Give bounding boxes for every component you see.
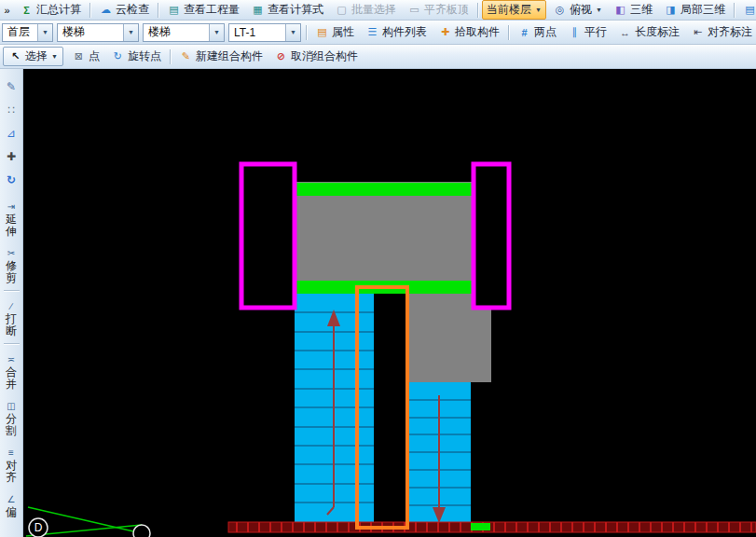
align-tool[interactable]: ≡ 对齐 [5, 448, 18, 484]
stair-flight-up[interactable] [295, 294, 374, 522]
batch-select-icon: ▢ [335, 3, 349, 17]
cancel-combo-component-icon: ⊘ [274, 49, 288, 63]
extend-tool[interactable]: ⇥ 延伸 [5, 201, 18, 238]
point-tool-label: 点 [89, 48, 100, 64]
rotate-point-label: 旋转点 [128, 48, 161, 64]
floor-combobox-value: 首层 [3, 24, 37, 40]
stair-landing[interactable] [270, 182, 491, 294]
axis-bubble-label: D [34, 521, 43, 534]
separator [734, 3, 735, 18]
offset-tool[interactable]: ∠ 偏 [5, 494, 18, 518]
local-three-d-icon: ◨ [664, 3, 678, 17]
cancel-combo-component-button[interactable]: ⊘ 取消组合构件 [269, 47, 363, 66]
parallel-label: 平行 [584, 24, 607, 40]
toolbar-commands: » Σ 汇总计算 ☁ 云检查 ▤ 查看工程量 查看计算式 ▦ 查看计算式 ▢ 批… [0, 0, 756, 21]
stair-flight-down[interactable] [407, 382, 471, 523]
drawing-canvas[interactable]: D [23, 69, 756, 537]
view-formula-icon: ▦ [251, 3, 265, 17]
combo-arrow-icon[interactable]: ▼ [209, 24, 224, 41]
component-type-combobox[interactable]: 楼梯 ▼ [143, 23, 225, 42]
floor-combobox[interactable]: 首层 ▼ [2, 23, 53, 42]
stair-plan-drawing: D [23, 69, 756, 537]
component-list-button[interactable]: ☰ 构件列表 [361, 22, 432, 42]
split-tool[interactable]: ◫ 分割 [5, 401, 18, 437]
length-dimension-button[interactable]: ↔ 长度标注 [613, 22, 684, 42]
top-view-icon: ◎ [553, 3, 567, 17]
cloud-check-icon: ☁ [99, 3, 113, 17]
offset-label: 偏 [5, 506, 18, 518]
split-icon: ◫ [7, 401, 15, 412]
wall-green-segment[interactable] [471, 523, 490, 530]
view-quantity-button[interactable]: ▤ 查看工程量 [162, 0, 244, 20]
offset-points-icon[interactable]: ∷ [3, 101, 21, 118]
align-icon: ≡ [8, 448, 14, 459]
pick-component-button[interactable]: ✚ 拾取构件 [433, 22, 504, 42]
break-icon: ∕ [10, 301, 12, 312]
pick-component-icon: ✚ [438, 25, 452, 39]
merge-tool[interactable]: ≍ 合并 [5, 354, 18, 391]
current-floor-label: 当前楼层 [487, 2, 531, 18]
component-name-combobox[interactable]: LT-1 ▼ [228, 23, 301, 42]
break-label: 打断 [5, 313, 18, 337]
toolbar-overflow-icon[interactable]: » [0, 3, 14, 17]
cancel-combo-component-label: 取消组合构件 [291, 48, 358, 64]
dropdown-arrow-icon[interactable]: ▼ [51, 53, 58, 60]
highlight-box-right[interactable] [474, 164, 509, 308]
separator [4, 290, 20, 291]
point-tool-icon: ⊠ [72, 49, 86, 63]
move-icon[interactable]: ✚ [3, 147, 21, 165]
three-d-button[interactable]: ◧ 三维 [609, 0, 657, 20]
view-formula-button[interactable]: 查看计算式 ▦ 查看计算式 [246, 0, 328, 20]
combo-arrow-icon[interactable]: ▼ [123, 24, 138, 41]
align-dimension-button[interactable]: ⇤ 对齐标注 [686, 22, 756, 42]
local-three-d-label: 局部三维 [680, 2, 725, 18]
landing-edge-top[interactable] [270, 183, 491, 196]
current-floor-button[interactable]: 当前楼层 ▼ [482, 0, 546, 20]
truncated-right-button[interactable]: ▤ 全 [738, 0, 756, 20]
parallel-button[interactable]: ∥ 平行 [563, 22, 612, 42]
axis-bubble[interactable] [133, 525, 150, 537]
batch-select-label: 批量选择 [351, 2, 396, 18]
component-type-combobox-value: 楼梯 [144, 24, 209, 40]
cloud-check-button[interactable]: ☁ 云检查 [94, 0, 154, 20]
flush-slab-top-button[interactable]: ▭ 平齐板顶 [403, 0, 474, 20]
rotate-point-button[interactable]: ↻ 旋转点 [106, 47, 166, 66]
new-combo-component-button[interactable]: ✎ 新建组合构件 [174, 47, 268, 66]
break-tool[interactable]: ∕ 打断 [5, 301, 18, 337]
separator [477, 3, 478, 18]
dropdown-arrow-icon: ▼ [596, 7, 602, 13]
separator [89, 3, 90, 18]
point-tool-button[interactable]: ⊠ 点 [67, 47, 104, 66]
trim-tool[interactable]: ✂ 修剪 [5, 248, 18, 284]
new-combo-component-icon: ✎ [179, 49, 193, 63]
two-points-icon: # [517, 25, 531, 39]
rotate-icon[interactable]: ↻ [3, 171, 21, 188]
extend-label: 延伸 [5, 213, 18, 238]
wall-section[interactable] [228, 522, 756, 532]
pick-component-label: 拾取构件 [455, 24, 500, 40]
brush-icon[interactable]: ✎ [3, 77, 21, 95]
select-tool-button[interactable]: ↖ 选择 ▼ [3, 47, 63, 66]
select-cursor-icon: ↖ [8, 49, 22, 63]
align-dimension-icon: ⇤ [691, 25, 705, 39]
top-view-button[interactable]: ◎ 俯视 ▼ [548, 0, 607, 20]
mirror-icon[interactable]: ⊿ [3, 124, 21, 142]
toolbar-navigation: 首层 ▼ 楼梯 ▼ 楼梯 ▼ LT-1 ▼ ▤ 属性 ☰ 构件列表 ✚ 拾取构件 [0, 21, 756, 45]
length-dimension-icon: ↔ [618, 25, 632, 39]
trim-icon: ✂ [7, 248, 15, 259]
properties-button[interactable]: ▤ 属性 [310, 22, 359, 42]
view-quantity-label: 查看工程量 [184, 2, 240, 18]
length-dimension-label: 长度标注 [635, 24, 680, 40]
application-window: » Σ 汇总计算 ☁ 云检查 ▤ 查看工程量 查看计算式 ▦ 查看计算式 ▢ 批… [0, 0, 756, 537]
combo-arrow-icon[interactable]: ▼ [37, 24, 52, 41]
align-label: 对齐 [5, 460, 18, 484]
three-d-label: 三维 [630, 2, 653, 18]
batch-select-button[interactable]: ▢ 批量选择 [330, 0, 401, 20]
local-three-d-button[interactable]: ◨ 局部三维 [659, 0, 730, 20]
highlight-box-left[interactable] [241, 164, 295, 308]
summary-calc-button[interactable]: Σ 汇总计算 [15, 0, 86, 20]
component-list-icon: ☰ [365, 25, 379, 39]
combo-arrow-icon[interactable]: ▼ [285, 24, 300, 41]
two-points-button[interactable]: # 两点 [513, 22, 561, 42]
category-combobox[interactable]: 楼梯 ▼ [57, 23, 139, 42]
